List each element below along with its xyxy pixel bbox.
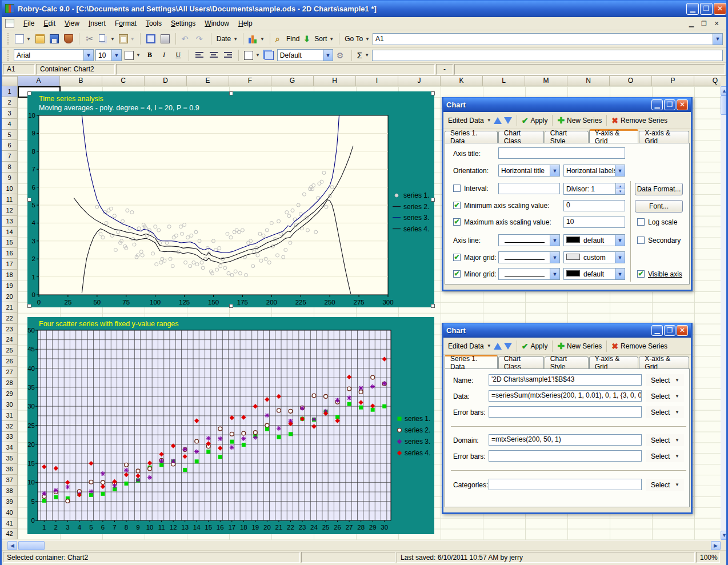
- scroll-left-icon[interactable]: ◀: [7, 541, 17, 550]
- row-header-9[interactable]: 9: [2, 173, 18, 183]
- formula-input[interactable]: [116, 64, 435, 75]
- dialog-close-button[interactable]: ✕: [677, 99, 688, 110]
- column-header-f[interactable]: F: [229, 76, 271, 86]
- cell-style-combo[interactable]: Default▼: [277, 49, 333, 61]
- selection-handle[interactable]: [431, 304, 435, 308]
- row-header-14[interactable]: 14: [2, 227, 18, 238]
- date-button[interactable]: Date▼: [215, 33, 239, 45]
- selection-handle[interactable]: [27, 198, 31, 202]
- tab-chart-style[interactable]: Chart Style: [545, 356, 589, 368]
- minor-grid-color-combo[interactable]: default▼: [563, 268, 625, 280]
- column-header-c[interactable]: C: [102, 76, 145, 86]
- domain-select-button[interactable]: Select▼: [646, 434, 684, 446]
- row-header-38[interactable]: 38: [2, 486, 18, 496]
- toolbar-grip[interactable]: [7, 50, 10, 61]
- print-preview-button[interactable]: [145, 33, 157, 45]
- row-header-34[interactable]: 34: [2, 442, 18, 453]
- row-header-5[interactable]: 5: [2, 130, 18, 141]
- font-button[interactable]: Font...: [635, 200, 683, 213]
- minor-grid-style-combo[interactable]: ▼: [498, 268, 560, 280]
- align-left-button[interactable]: [193, 49, 206, 62]
- chart-button[interactable]: ▼: [247, 33, 266, 45]
- row-header-24[interactable]: 24: [2, 334, 18, 345]
- error-bars2-select-button[interactable]: Select▼: [646, 450, 684, 462]
- move-up-icon[interactable]: [494, 117, 502, 124]
- error-bars-select-button[interactable]: Select▼: [646, 406, 684, 418]
- row-header-2[interactable]: 2: [2, 97, 18, 108]
- cut-button[interactable]: ✂: [83, 33, 96, 45]
- scroll-right-icon[interactable]: ▶: [711, 541, 721, 550]
- axis-title-input[interactable]: [498, 147, 625, 159]
- orientation-title-combo[interactable]: Horizontal title▼: [498, 165, 560, 177]
- column-header-g[interactable]: G: [271, 76, 314, 86]
- column-header-n[interactable]: N: [567, 76, 610, 86]
- dialog-title-bar[interactable]: Chart ▁ ❐ ✕: [443, 323, 691, 338]
- column-header-p[interactable]: P: [652, 76, 694, 86]
- tab-y-axis-grid[interactable]: Y-axis & Grid: [589, 129, 639, 143]
- vertical-scrollbar[interactable]: ▲ ▼: [721, 86, 728, 540]
- font-size-combo[interactable]: 10▼: [95, 49, 122, 61]
- major-grid-color-combo[interactable]: custom▼: [563, 251, 625, 263]
- row-header-19[interactable]: 19: [2, 281, 18, 291]
- paste-button[interactable]: ▼: [118, 33, 136, 45]
- row-header-29[interactable]: 29: [2, 388, 18, 399]
- row-header-30[interactable]: 30: [2, 399, 18, 410]
- column-header-m[interactable]: M: [525, 76, 567, 86]
- menu-item-file[interactable]: File: [19, 18, 39, 29]
- sort-button[interactable]: ⬇Sort▼: [302, 33, 335, 45]
- major-grid-style-combo[interactable]: ▼: [498, 251, 560, 263]
- menu-item-insert[interactable]: Insert: [84, 18, 110, 29]
- row-header-1[interactable]: 1: [2, 86, 18, 97]
- dialog-maximize-button[interactable]: ❐: [664, 325, 675, 336]
- interval-checkbox[interactable]: [453, 185, 461, 192]
- minimize-button[interactable]: ▁: [686, 3, 699, 15]
- menu-item-window[interactable]: Window: [200, 18, 234, 29]
- edited-data-dropdown[interactable]: Edited Data: [448, 342, 484, 350]
- column-header-k[interactable]: K: [441, 76, 483, 86]
- menu-item-settings[interactable]: Settings: [166, 18, 200, 29]
- background-color-button[interactable]: [263, 49, 275, 62]
- remove-series-button[interactable]: Remove Series: [621, 117, 667, 125]
- selection-handle[interactable]: [27, 304, 31, 308]
- row-header-33[interactable]: 33: [2, 432, 18, 443]
- maximize-button[interactable]: ❐: [700, 3, 713, 15]
- row-header-17[interactable]: 17: [2, 259, 18, 270]
- mdi-close-button[interactable]: ✕: [711, 19, 722, 28]
- chart2-scatter-series[interactable]: Four scatter series with fixed y-value r…: [27, 317, 434, 534]
- dialog-minimize-button[interactable]: ▁: [651, 325, 663, 336]
- column-header-d[interactable]: D: [145, 76, 187, 86]
- close-button[interactable]: ✕: [714, 3, 726, 15]
- font-name-combo[interactable]: Arial▼: [14, 49, 94, 61]
- tab-chart-style[interactable]: Chart Style: [545, 131, 589, 143]
- row-header-42[interactable]: 42: [2, 529, 18, 540]
- remove-series-button[interactable]: Remove Series: [621, 342, 667, 350]
- dialog-maximize-button[interactable]: ❐: [664, 99, 675, 110]
- tab-series-1-data[interactable]: Series 1. Data: [445, 131, 498, 143]
- align-right-button[interactable]: [222, 49, 234, 62]
- protect-button[interactable]: [62, 33, 75, 45]
- major-grid-checkbox[interactable]: ✔: [453, 254, 461, 261]
- visible-axis-checkbox[interactable]: ✔: [637, 270, 645, 278]
- row-header-39[interactable]: 39: [2, 496, 18, 507]
- print-button[interactable]: [159, 33, 171, 45]
- column-header-l[interactable]: L: [483, 76, 525, 86]
- selection-handle[interactable]: [431, 91, 435, 95]
- goto-button[interactable]: Go To▼: [343, 33, 371, 45]
- error-bars2-input[interactable]: [489, 450, 642, 462]
- sum-button[interactable]: Σ▼: [356, 49, 370, 62]
- new-series-button[interactable]: New Series: [567, 342, 602, 350]
- redo-button[interactable]: ↷: [194, 33, 207, 45]
- column-header-q[interactable]: Q: [694, 76, 721, 86]
- max-scaling-checkbox[interactable]: ✔: [453, 218, 461, 226]
- toolbar-grip[interactable]: [7, 33, 10, 45]
- row-header-8[interactable]: 8: [2, 162, 18, 173]
- row-header-32[interactable]: 32: [2, 421, 18, 432]
- row-header-23[interactable]: 23: [2, 324, 18, 335]
- mdi-restore-button[interactable]: ❐: [699, 19, 709, 28]
- min-scaling-input[interactable]: 0: [563, 200, 625, 211]
- menu-item-tools[interactable]: Tools: [141, 18, 166, 29]
- row-header-7[interactable]: 7: [2, 151, 18, 162]
- axis-line-color-combo[interactable]: default▼: [563, 234, 625, 246]
- row-header-10[interactable]: 10: [2, 183, 18, 194]
- move-down-icon[interactable]: [504, 343, 512, 350]
